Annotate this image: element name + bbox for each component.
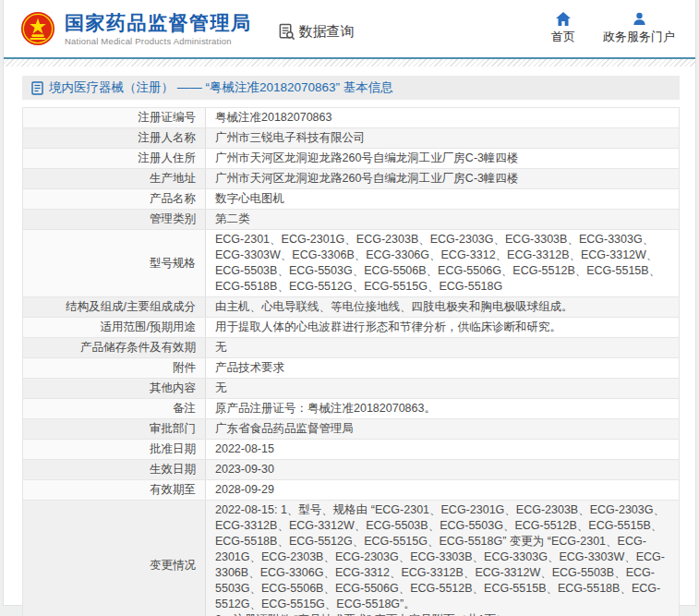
row-value: 无	[206, 338, 679, 357]
row-label: 附件	[23, 358, 206, 378]
table-row: 型号规格ECG-2301、ECG-2301G、ECG-2303B、ECG-230…	[23, 230, 679, 297]
row-value: 2022-08-15: 1、型号、规格由 “ECG-2301、ECG-2301G…	[206, 501, 679, 616]
row-value: 产品技术要求	[206, 358, 679, 378]
data-query-label: 数据查询	[299, 23, 355, 41]
row-value: 用于提取人体的心电波群进行形态和节律分析，供临床诊断和研究。	[206, 318, 679, 337]
page-title: 境内医疗器械（注册） —— “粤械注准20182070863” 基本信息	[49, 79, 393, 96]
row-label: 批准日期	[23, 440, 206, 459]
row-value: 原产品注册证号：粤械注准20182070863。	[206, 399, 679, 418]
row-label: 型号规格	[23, 230, 206, 296]
row-label: 有效期至	[23, 480, 206, 500]
brand-block: 国家药品监督管理局 National Medical Products Admi…	[65, 12, 252, 46]
row-label: 注册证编号	[23, 108, 206, 127]
row-value: 由主机、心电导联线、等电位接地线、四肢电极夹和胸电极吸球组成。	[206, 297, 679, 317]
table-row: 结构及组成/主要组成成分由主机、心电导联线、等电位接地线、四肢电极夹和胸电极吸球…	[23, 297, 679, 318]
hatch-band	[4, 59, 695, 66]
table-row: 注册人名称广州市三锐电子科技有限公司	[23, 128, 679, 149]
table-row: 适用范围/预期用途用于提取人体的心电波群进行形态和节律分析，供临床诊断和研究。	[23, 318, 679, 338]
doc-search-icon	[278, 23, 295, 41]
org-title: 国家药品监督管理局	[65, 12, 252, 34]
page-card: 国家药品监督管理局 National Medical Products Admi…	[3, 0, 696, 606]
row-value: 数字心电图机	[206, 189, 679, 209]
row-label: 生产地址	[23, 169, 206, 188]
nav-home-label: 首页	[551, 29, 575, 45]
top-nav: 首页 政务服务门户	[551, 12, 681, 45]
row-label: 适用范围/预期用途	[23, 318, 206, 337]
row-label: 备注	[23, 399, 206, 418]
table-row: 生产地址广州市天河区龙洞迎龙路260号自编龙洞工业厂房C-3幢四楼	[23, 169, 679, 189]
nav-portal[interactable]: 政务服务门户	[603, 12, 675, 45]
home-icon	[556, 12, 571, 26]
row-value: 第二类	[206, 210, 679, 229]
row-label: 其他内容	[23, 379, 206, 398]
row-value: 广东省食品药品监督管理局	[206, 419, 679, 439]
row-value: 广州市天河区龙洞迎龙路260号自编龙洞工业厂房C-3幢四楼	[206, 169, 679, 188]
row-label: 产品名称	[23, 189, 206, 209]
row-label: 管理类别	[23, 210, 206, 229]
row-label: 结构及组成/主要组成成分	[23, 297, 206, 317]
row-label: 生效日期	[23, 460, 206, 479]
table-row: 审批部门广东省食品药品监督管理局	[23, 419, 679, 440]
row-value: 2028-09-29	[206, 480, 679, 500]
national-emblem-icon	[20, 11, 55, 46]
doc-icon	[31, 81, 43, 95]
org-subtitle: National Medical Products Administration	[65, 36, 252, 46]
table-row: 注册证编号粤械注准20182070863	[23, 108, 679, 128]
table-row: 其他内容无	[23, 379, 679, 399]
row-value: 广州市三锐电子科技有限公司	[206, 128, 679, 148]
table-row: 备注原产品注册证号：粤械注准20182070863。	[23, 399, 679, 419]
row-label: 变更情况	[23, 501, 206, 616]
table-row: 注册人住所广州市天河区龙洞迎龙路260号自编龙洞工业厂房C-3幢四楼	[23, 149, 679, 169]
table-row: 附件产品技术要求	[23, 358, 679, 379]
row-label: 注册人名称	[23, 128, 206, 148]
table-row: 产品储存条件及有效期无	[23, 338, 679, 358]
table-row: 产品名称数字心电图机	[23, 189, 679, 210]
table-row: 变更情况2022-08-15: 1、型号、规格由 “ECG-2301、ECG-2…	[23, 501, 679, 616]
row-value: 广州市天河区龙洞迎龙路260号自编龙洞工业厂房C-3幢四楼	[206, 149, 679, 168]
breadcrumb: 境内医疗器械（注册） —— “粤械注准20182070863” 基本信息	[22, 76, 680, 100]
table-row: 管理类别第二类	[23, 210, 679, 230]
person-icon	[633, 12, 646, 26]
row-value: 2022-08-15	[206, 440, 679, 459]
nav-home[interactable]: 首页	[551, 12, 575, 45]
row-value: 无	[206, 379, 679, 398]
data-query-tab[interactable]: 数据查询	[278, 23, 355, 41]
table-row: 批准日期2022-08-15	[23, 440, 679, 460]
row-label: 审批部门	[23, 419, 206, 439]
row-label: 注册人住所	[23, 149, 206, 168]
app-header: 国家药品监督管理局 National Medical Products Admi…	[4, 0, 695, 57]
row-value: 2023-09-30	[206, 460, 679, 479]
table-row: 生效日期2023-09-30	[23, 460, 679, 480]
row-value: 粤械注准20182070863	[206, 108, 679, 127]
table-row: 有效期至2028-09-29	[23, 480, 679, 501]
row-label: 产品储存条件及有效期	[23, 338, 206, 357]
table-rows: 注册证编号粤械注准20182070863注册人名称广州市三锐电子科技有限公司注册…	[23, 108, 679, 616]
row-value: ECG-2301、ECG-2301G、ECG-2303B、ECG-2303G、E…	[206, 230, 679, 296]
info-table: 注册证编号粤械注准20182070863注册人名称广州市三锐电子科技有限公司注册…	[22, 107, 680, 616]
nav-portal-label: 政务服务门户	[603, 29, 675, 45]
